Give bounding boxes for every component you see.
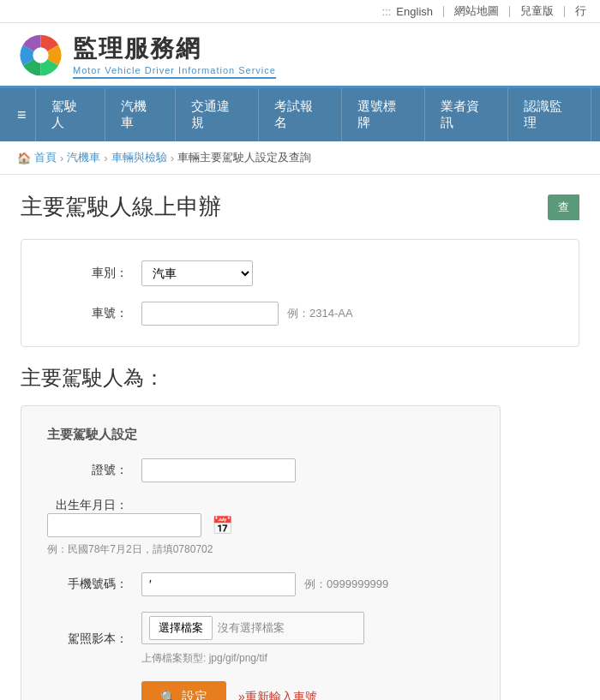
breadcrumb-current: 車輛主要駕駛人設定及查詢	[177, 150, 311, 165]
breadcrumb-sep3: ›	[171, 152, 174, 165]
breadcrumb-sep1: ›	[60, 152, 63, 165]
sep2: ｜	[504, 3, 515, 19]
logo-icon	[17, 32, 64, 79]
file-upload-group: 選擇檔案 沒有選擇檔案 上傳檔案類型: jpg/gif/png/tif	[141, 612, 364, 666]
inner-form-box: 主要駕駛人設定 證號： 出生年月日： 📅 例：民國78年7月2日，請填07807…	[21, 405, 501, 700]
submit-row: 🔍 設定 »重新輸入車號	[141, 681, 474, 700]
license-label: 駕照影本：	[47, 631, 141, 647]
choose-file-button[interactable]: 選擇檔案	[149, 616, 213, 640]
breadcrumb-car[interactable]: 汽機車	[67, 150, 100, 165]
dob-hint: 例：民國78年7月2日，請填0780702	[47, 542, 402, 557]
plate-input[interactable]	[141, 302, 279, 326]
header: 監理服務網 Motor Vehicle Driver Information S…	[0, 23, 600, 88]
driver-section-title: 主要駕駛人為：	[21, 364, 579, 392]
nav-item-violation[interactable]: 交通違規	[176, 88, 259, 141]
menu-icon[interactable]: ≡	[9, 106, 35, 124]
breadcrumb-sep2: ›	[104, 152, 107, 165]
breadcrumb-vehicle-check[interactable]: 車輛與檢驗	[111, 150, 167, 165]
license-photo-row: 駕照影本： 選擇檔案 沒有選擇檔案 上傳檔案類型: jpg/gif/png/ti…	[47, 612, 474, 666]
home-icon: 🏠	[17, 152, 31, 165]
nav-item-vehicle[interactable]: 汽機車	[105, 88, 176, 141]
calendar-icon[interactable]: 📅	[212, 515, 233, 535]
logo-subtitle: Motor Vehicle Driver Information Service	[73, 65, 276, 79]
upload-hint: 上傳檔案類型: jpg/gif/png/tif	[141, 651, 364, 666]
re-enter-link[interactable]: »重新輸入車號	[238, 690, 317, 701]
more-link[interactable]: 行	[575, 3, 586, 19]
nav-item-driver[interactable]: 駕駛人	[35, 88, 106, 141]
inner-form-title: 主要駕駛人設定	[47, 427, 474, 443]
sep1: ｜	[438, 3, 449, 19]
dob-label: 出生年月日：	[47, 498, 141, 513]
logo-title: 監理服務網	[73, 33, 276, 65]
nav-item-business[interactable]: 業者資訊	[425, 88, 508, 141]
page-title-row: 主要駕駛人線上申辦 查	[21, 192, 579, 222]
nav-item-exam[interactable]: 考試報名	[259, 88, 342, 141]
breadcrumb: 🏠 首頁 › 汽機車 › 車輛與檢驗 › 車輛主要駕駛人設定及查詢	[0, 141, 600, 175]
phone-input[interactable]	[141, 572, 296, 596]
submit-button[interactable]: 🔍 設定	[141, 681, 226, 700]
nav-item-about[interactable]: 認識監理	[508, 88, 591, 141]
main-content: 主要駕駛人線上申辦 查 車別： 汽車 機車 車號： 例：2314-AA 主要駕駛…	[0, 175, 600, 700]
phone-hint: 例：0999999999	[304, 577, 388, 592]
sep3: ｜	[559, 3, 570, 19]
dob-input-group: 📅 例：民國78年7月2日，請填0780702	[47, 513, 402, 557]
nav-item-plate[interactable]: 選號標牌	[342, 88, 425, 141]
phone-label: 手機號碼：	[47, 577, 141, 592]
vehicle-form-section: 車別： 汽車 機車 車號： 例：2314-AA	[21, 239, 579, 347]
file-upload-row: 選擇檔案 沒有選擇檔案	[141, 612, 364, 644]
svg-point-1	[33, 47, 48, 63]
driver-section: 主要駕駛人為： 主要駕駛人設定 證號： 出生年月日： 📅 例：民國78年7月2日…	[21, 364, 579, 700]
no-file-text: 沒有選擇檔案	[218, 620, 285, 636]
logo-text: 監理服務網 Motor Vehicle Driver Information S…	[73, 33, 276, 79]
id-label: 證號：	[47, 463, 141, 478]
id-row: 證號：	[47, 458, 474, 482]
id-input[interactable]	[141, 458, 296, 482]
logo-area: 監理服務網 Motor Vehicle Driver Information S…	[17, 32, 276, 79]
vehicle-type-row: 車別： 汽車 機車	[47, 260, 553, 286]
sitemap-link[interactable]: 網站地圖	[454, 3, 499, 19]
dots-icon: :::	[382, 5, 392, 18]
vehicle-type-label: 車別：	[47, 266, 141, 281]
dob-input[interactable]	[47, 513, 201, 537]
corner-search-button[interactable]: 查	[548, 194, 579, 220]
child-version-link[interactable]: 兒童版	[520, 3, 554, 19]
submit-label: 設定	[182, 689, 207, 700]
plate-row: 車號： 例：2314-AA	[47, 302, 553, 326]
phone-row: 手機號碼： 例：0999999999	[47, 572, 474, 596]
top-bar: ::: English ｜ 網站地圖 ｜ 兒童版 ｜ 行	[0, 0, 600, 23]
vehicle-type-select[interactable]: 汽車 機車	[141, 260, 253, 286]
plate-label: 車號：	[47, 306, 141, 321]
english-link[interactable]: English	[396, 5, 433, 18]
breadcrumb-home[interactable]: 首頁	[34, 150, 57, 165]
page-title: 主要駕駛人線上申辦	[21, 192, 221, 222]
nav-bar: ≡ 駕駛人 汽機車 交通違規 考試報名 選號標牌 業者資訊 認識監理	[0, 88, 600, 141]
plate-hint: 例：2314-AA	[287, 306, 353, 321]
search-icon: 🔍	[160, 690, 177, 701]
dob-row: 出生年月日： 📅 例：民國78年7月2日，請填0780702	[47, 498, 474, 557]
